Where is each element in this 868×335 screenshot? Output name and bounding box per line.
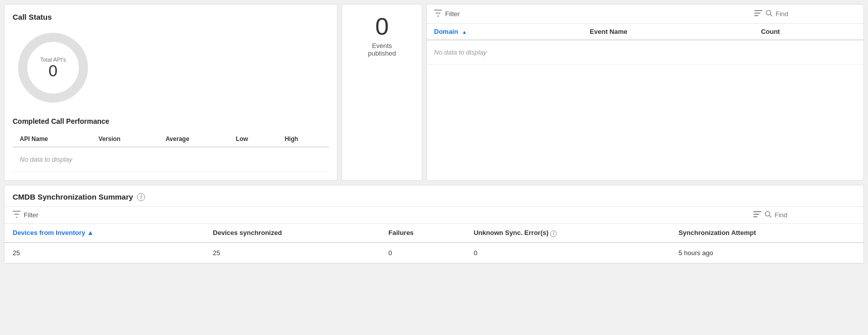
col-failures[interactable]: Failures [380, 224, 466, 243]
events-label: Eventspublished [368, 42, 396, 57]
cmdb-search-input[interactable] [775, 211, 855, 219]
cmdb-table: Devices from Inventory ▲ Devices synchro… [5, 224, 863, 263]
domain-search-area [754, 10, 856, 18]
completed-no-data-text: No data to display [13, 147, 329, 172]
svg-rect-1 [754, 10, 762, 11]
cell-sync-attempt: 5 hours ago [670, 243, 863, 263]
donut-value: 0 [49, 63, 58, 79]
col-domain[interactable]: Domain ▲ [427, 24, 583, 40]
domain-no-data-text: No data to display [427, 40, 863, 65]
svg-line-5 [770, 15, 773, 17]
cell-unknown-sync: 0 [465, 243, 670, 263]
svg-rect-8 [753, 216, 757, 217]
col-average[interactable]: Average [159, 131, 229, 147]
unknown-sync-info-icon[interactable]: i [550, 230, 557, 237]
svg-rect-3 [754, 15, 758, 16]
domain-event-table: Domain ▲ Event Name Count No data to dis… [427, 24, 863, 65]
domain-no-data-row: No data to display [427, 40, 863, 65]
cmdb-data-row: 25 25 0 0 5 hours ago [5, 243, 863, 263]
completed-no-data-row: No data to display [13, 147, 329, 172]
cmdb-header-row: Devices from Inventory ▲ Devices synchro… [5, 224, 863, 243]
inventory-sort-arrow: ▲ [87, 229, 93, 236]
svg-rect-2 [754, 13, 760, 14]
col-unknown-sync[interactable]: Unknown Sync. Error(s) i [465, 224, 670, 243]
col-low[interactable]: Low [229, 131, 278, 147]
events-center: 0 Eventspublished [368, 15, 396, 57]
svg-line-10 [769, 216, 771, 218]
cmdb-filter-button[interactable]: Filter [13, 211, 38, 219]
col-devices-synced[interactable]: Devices synchronized [205, 224, 380, 243]
call-status-title: Call Status [13, 13, 329, 21]
col-high[interactable]: High [277, 131, 329, 147]
domain-event-header-row: Domain ▲ Event Name Count [427, 24, 863, 40]
domain-search-icon [765, 10, 773, 18]
domain-filter-button[interactable]: Filter [434, 10, 460, 18]
col-api-name[interactable]: API Name [13, 131, 91, 147]
domain-event-toolbar: Filter [427, 5, 863, 24]
domain-filter-icon [434, 10, 442, 18]
events-panel: 0 Eventspublished [342, 4, 422, 181]
domain-filter-label: Filter [445, 10, 460, 18]
completed-call-table: API Name Version Average Low High No dat… [13, 131, 329, 172]
col-devices-inventory[interactable]: Devices from Inventory ▲ [5, 224, 205, 243]
cmdb-search-area [753, 211, 855, 219]
cmdb-search-icon [764, 211, 771, 219]
completed-call-title: Completed Call Performance [13, 117, 329, 125]
cell-devices-inventory: 25 [5, 243, 205, 263]
domain-lines-icon [754, 10, 762, 18]
cell-devices-synced: 25 [205, 243, 380, 263]
svg-rect-6 [753, 211, 761, 212]
domain-event-panel: Filter [426, 4, 864, 181]
col-sync-attempt[interactable]: Synchronization Attempt [670, 224, 863, 243]
main-container: Call Status Total API's 0 Completed Call… [0, 0, 868, 335]
cell-failures: 0 [380, 243, 466, 263]
donut-center: Total API's 0 [40, 57, 66, 79]
filter-svg [434, 10, 442, 17]
cmdb-title: CMDB Synchronization Summary [13, 193, 133, 201]
events-value: 0 [375, 15, 389, 39]
col-version[interactable]: Version [91, 131, 159, 147]
cmdb-info-icon[interactable]: i [137, 193, 145, 201]
col-event-name[interactable]: Event Name [583, 24, 754, 40]
domain-search-input[interactable] [776, 10, 856, 18]
col-count[interactable]: Count [754, 24, 863, 40]
cmdb-lines-icon [753, 211, 761, 219]
domain-sort-arrow: ▲ [462, 29, 467, 35]
svg-rect-7 [753, 214, 759, 215]
donut-chart-area: Total API's 0 [13, 27, 93, 108]
call-status-panel: Call Status Total API's 0 Completed Call… [4, 4, 337, 181]
completed-call-header-row: API Name Version Average Low High [13, 131, 329, 147]
cmdb-filter-label: Filter [24, 211, 38, 219]
cmdb-section: CMDB Synchronization Summary i Filter [4, 185, 864, 264]
cmdb-header: CMDB Synchronization Summary i [5, 185, 863, 207]
cmdb-toolbar: Filter [5, 207, 863, 224]
cmdb-filter-icon [13, 211, 21, 219]
top-row: Call Status Total API's 0 Completed Call… [0, 0, 868, 185]
